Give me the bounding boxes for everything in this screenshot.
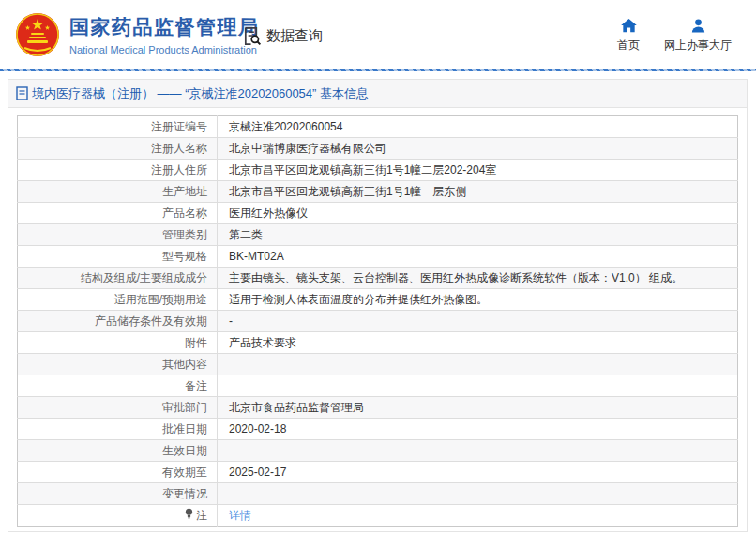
- nav-home-label: 首页: [617, 38, 640, 54]
- row-value: 北京中瑞博康医疗器械有限公司: [218, 138, 738, 160]
- detail-link[interactable]: 详情: [229, 509, 251, 522]
- info-table: 注册证编号 京械注准20202060054 注册人名称 北京中瑞博康医疗器械有限…: [17, 115, 738, 527]
- row-value: 2020-02-18: [218, 419, 738, 440]
- home-icon: [621, 19, 637, 33]
- table-row: 批准日期 2020-02-18: [18, 419, 738, 440]
- row-value: 主要由镜头、镜头支架、云台控制器、医用红外热成像诊断系统软件（版本：V1.0） …: [218, 268, 738, 289]
- table-row: 管理类别 第二类: [18, 224, 738, 246]
- table-row: 变更情况: [18, 483, 738, 505]
- table-row: 生效日期: [18, 440, 738, 462]
- row-value: [218, 354, 738, 375]
- breadcrumb-text: 境内医疗器械（注册） —— “京械注准20202060054” 基本信息: [32, 80, 369, 107]
- row-value: 详情: [218, 505, 738, 527]
- row-value: 适用于检测人体表面温度的分布并提供红外热像图。: [218, 289, 738, 311]
- row-label: 管理类别: [18, 224, 218, 246]
- org-titles: 国家药品监督管理局 National Medical Products Admi…: [69, 14, 260, 55]
- row-label: 生效日期: [18, 440, 218, 462]
- row-value: [218, 440, 738, 462]
- bulb-icon: [185, 508, 193, 520]
- table-row: 备注: [18, 375, 738, 397]
- row-label: 型号规格: [18, 246, 218, 268]
- breadcrumb: 境内医疗器械（注册） —— “京械注准20202060054” 基本信息: [8, 80, 747, 108]
- row-label: 注: [18, 505, 218, 527]
- org-subtitle: National Medical Products Administration: [69, 44, 260, 55]
- org-title: 国家药品监督管理局: [69, 14, 260, 40]
- table-wrap: 注册证编号 京械注准20202060054 注册人名称 北京中瑞博康医疗器械有限…: [8, 108, 747, 527]
- row-label: 适用范围/预期用途: [18, 289, 218, 311]
- row-value: 医用红外热像仪: [218, 203, 738, 224]
- person-icon: [690, 19, 706, 33]
- info-table-body: 注册证编号 京械注准20202060054 注册人名称 北京中瑞博康医疗器械有限…: [18, 116, 738, 527]
- nav-service-hall[interactable]: 网上办事大厅: [664, 19, 732, 54]
- document-icon: [16, 86, 28, 100]
- row-value: -: [218, 311, 738, 332]
- row-label: 注册证编号: [18, 116, 218, 138]
- row-value: 京械注准20202060054: [218, 116, 738, 138]
- table-row: 生产地址 北京市昌平区回龙观镇高新三街1号1幢一层东侧: [18, 181, 738, 203]
- row-value: 2025-02-17: [218, 462, 738, 483]
- row-label: 批准日期: [18, 419, 218, 440]
- data-query-label: 数据查询: [266, 27, 323, 45]
- row-value: BK-MT02A: [218, 246, 738, 268]
- top-nav: 首页 网上办事大厅: [617, 19, 732, 54]
- table-row: 产品名称 医用红外热像仪: [18, 203, 738, 224]
- table-row: 型号规格 BK-MT02A: [18, 246, 738, 268]
- table-row: 其他内容: [18, 354, 738, 375]
- row-value: 第二类: [218, 224, 738, 246]
- content-panel: 境内医疗器械（注册） —— “京械注准20202060054” 基本信息 注册证…: [8, 79, 748, 532]
- table-row: 注册证编号 京械注准20202060054: [18, 116, 738, 138]
- row-label: 其他内容: [18, 354, 218, 375]
- row-label: 生产地址: [18, 181, 218, 203]
- row-value: 产品技术要求: [218, 332, 738, 354]
- row-label: 产品储存条件及有效期: [18, 311, 218, 332]
- table-row: 注册人住所 北京市昌平区回龙观镇高新三街1号1幢二层202-204室: [18, 160, 738, 181]
- row-value: [218, 483, 738, 505]
- row-label: 附件: [18, 332, 218, 354]
- row-label: 变更情况: [18, 483, 218, 505]
- table-row: 有效期至 2025-02-17: [18, 462, 738, 483]
- row-label: 产品名称: [18, 203, 218, 224]
- row-value: 北京市昌平区回龙观镇高新三街1号1幢一层东侧: [218, 181, 738, 203]
- header-divider: [0, 69, 756, 71]
- table-row: 附件 产品技术要求: [18, 332, 738, 354]
- table-row: 注 详情: [18, 505, 738, 527]
- table-row: 注册人名称 北京中瑞博康医疗器械有限公司: [18, 138, 738, 160]
- table-row: 适用范围/预期用途 适用于检测人体表面温度的分布并提供红外热像图。: [18, 289, 738, 311]
- table-row: 产品储存条件及有效期 -: [18, 311, 738, 332]
- national-emblem-icon: [15, 12, 60, 57]
- row-label: 结构及组成/主要组成成分: [18, 268, 218, 289]
- table-row: 审批部门 北京市食品药品监督管理局: [18, 397, 738, 419]
- nav-service-hall-label: 网上办事大厅: [664, 38, 732, 54]
- row-value: 北京市食品药品监督管理局: [218, 397, 738, 419]
- nav-home[interactable]: 首页: [617, 19, 640, 54]
- table-row: 结构及组成/主要组成成分 主要由镜头、镜头支架、云台控制器、医用红外热成像诊断系…: [18, 268, 738, 289]
- row-label: 备注: [18, 375, 218, 397]
- data-query-tab[interactable]: 数据查询: [242, 26, 323, 46]
- row-value: 北京市昌平区回龙观镇高新三街1号1幢二层202-204室: [218, 160, 738, 181]
- row-label: 有效期至: [18, 462, 218, 483]
- row-value: [218, 375, 738, 397]
- site-header: 国家药品监督管理局 National Medical Products Admi…: [0, 0, 756, 71]
- row-label: 注册人名称: [18, 138, 218, 160]
- data-query-icon: [242, 26, 262, 46]
- row-label: 审批部门: [18, 397, 218, 419]
- row-label: 注册人住所: [18, 160, 218, 181]
